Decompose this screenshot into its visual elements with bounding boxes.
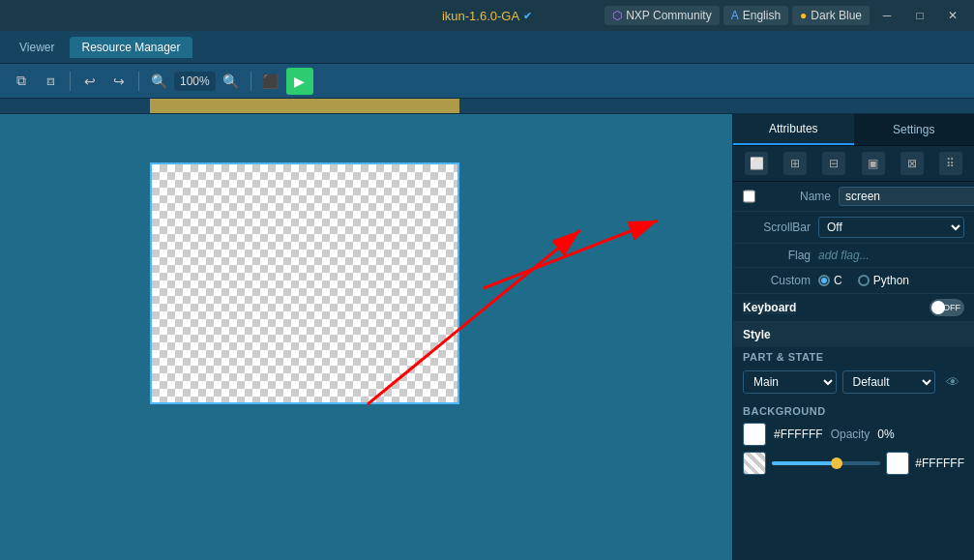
style-header: Style xyxy=(733,322,974,347)
flag-row: Flag add flag... xyxy=(733,244,974,268)
grid-icon-btn[interactable]: ⠿ xyxy=(939,152,962,175)
theme-icon: ● xyxy=(800,9,807,22)
export-button[interactable]: ⬛ xyxy=(257,68,284,95)
language-button[interactable]: A English xyxy=(723,6,788,25)
lang-icon: A xyxy=(731,9,739,22)
crop-icon-btn[interactable]: ⊠ xyxy=(900,152,924,175)
panel-tabs: Attributes Settings xyxy=(733,114,974,146)
app-title: ikun-1.6.0-GA ✔ xyxy=(442,9,532,23)
slider-fill xyxy=(772,461,837,465)
slider-end-color-preview[interactable] xyxy=(886,452,909,475)
state-select[interactable]: Default xyxy=(842,370,936,394)
custom-python-radio[interactable] xyxy=(858,275,870,286)
lang-label: English xyxy=(743,9,781,22)
horizontal-ruler xyxy=(0,99,974,114)
canvas-widget[interactable] xyxy=(150,162,459,404)
custom-row: Custom C Python xyxy=(733,268,974,294)
scrollbar-select[interactable]: Off On Auto xyxy=(818,217,964,238)
panel-icon-row: ⬜ ⊞ ⊟ ▣ ⊠ ⠿ xyxy=(733,146,974,182)
tab-bar: Viewer Resource Manager xyxy=(0,31,974,64)
bg-color-hex[interactable]: #FFFFFF xyxy=(774,427,823,441)
tab-attributes[interactable]: Attributes xyxy=(733,114,854,145)
copy-button[interactable]: ⧉ xyxy=(8,68,35,95)
zoom-level: 100% xyxy=(174,72,216,91)
nxp-icon: ⬡ xyxy=(612,9,622,22)
background-section: Background #FFFFFF Opacity 0% #FFFFFF xyxy=(733,399,974,485)
layout-icon-btn[interactable]: ⊞ xyxy=(783,152,807,175)
redo-button[interactable]: ↪ xyxy=(105,68,133,95)
bg-color-preview[interactable] xyxy=(743,423,766,446)
part-select[interactable]: Main xyxy=(743,370,837,394)
title-bar: ikun-1.6.0-GA ✔ ⬡ NXP Community A Englis… xyxy=(0,0,974,31)
title-bar-right: ⬡ NXP Community A English ● Dark Blue ─ … xyxy=(605,6,966,25)
toggle-off-label: OFF xyxy=(943,303,960,312)
name-row: Name xyxy=(733,182,974,212)
toolbar-separator-3 xyxy=(251,72,251,91)
minimize-button[interactable]: ─ xyxy=(873,6,900,25)
slider-color-preview xyxy=(743,452,766,475)
custom-python-option[interactable]: Python xyxy=(858,274,909,287)
toolbar-separator-2 xyxy=(138,72,139,91)
nxp-label: NXP Community xyxy=(626,9,711,22)
flag-placeholder[interactable]: add flag... xyxy=(818,249,870,262)
custom-c-radio[interactable] xyxy=(818,275,830,286)
flag-label: Flag xyxy=(743,249,811,262)
visibility-toggle-button[interactable]: 👁 xyxy=(941,370,964,394)
app-name: ikun-1.6.0-GA xyxy=(442,9,519,23)
align-icon-btn[interactable]: ⊟ xyxy=(822,152,845,175)
nxp-community-button[interactable]: ⬡ NXP Community xyxy=(605,6,719,25)
opacity-label: Opacity xyxy=(831,427,871,441)
custom-label: Custom xyxy=(743,274,811,287)
scrollbar-row: ScrollBar Off On Auto xyxy=(733,212,974,244)
name-input[interactable] xyxy=(839,187,974,206)
keyboard-row: Keyboard OFF xyxy=(733,294,974,322)
name-checkbox[interactable] xyxy=(743,190,755,203)
run-button[interactable]: ▶ xyxy=(286,68,313,95)
ruler-selection-indicator xyxy=(150,99,459,114)
tab-viewer[interactable]: Viewer xyxy=(8,37,66,58)
maximize-button[interactable]: □ xyxy=(906,6,933,25)
tab-settings[interactable]: Settings xyxy=(854,114,975,145)
custom-python-label: Python xyxy=(873,274,909,287)
part-state-row: Main Default 👁 xyxy=(733,365,974,399)
zoom-in-button[interactable]: 🔍 xyxy=(218,68,245,95)
tab-resource-manager[interactable]: Resource Manager xyxy=(70,37,192,58)
close-button[interactable]: ✕ xyxy=(939,6,966,25)
main-layout: Attributes Settings ⬜ ⊞ ⊟ ▣ ⊠ ⠿ Name Scr… xyxy=(0,114,974,560)
custom-c-option[interactable]: C xyxy=(818,274,842,287)
svg-line-2 xyxy=(484,221,658,288)
keyboard-toggle[interactable]: OFF xyxy=(930,299,964,316)
verified-icon: ✔ xyxy=(523,10,532,22)
checkerboard-pattern xyxy=(152,164,457,402)
opacity-value: 0% xyxy=(877,427,894,441)
toolbar: ⧉ ⧈ ↩ ↪ 🔍 100% 🔍 ⬛ ▶ xyxy=(0,64,974,99)
toolbar-separator-1 xyxy=(70,72,71,91)
screen-view-icon-btn[interactable]: ⬜ xyxy=(745,152,768,175)
background-label: Background xyxy=(743,405,964,417)
name-label: Name xyxy=(763,190,831,203)
part-state-header: Part & State xyxy=(733,347,974,365)
border-icon-btn[interactable]: ▣ xyxy=(862,152,885,175)
color-slider-track[interactable] xyxy=(772,461,880,465)
keyboard-label: Keyboard xyxy=(743,301,796,314)
theme-label: Dark Blue xyxy=(811,9,862,22)
scrollbar-label: ScrollBar xyxy=(743,221,811,234)
theme-button[interactable]: ● Dark Blue xyxy=(792,6,870,25)
slider-color-hex[interactable]: #FFFFFF xyxy=(915,457,964,470)
zoom-out-button[interactable]: 🔍 xyxy=(145,68,172,95)
background-color-row: #FFFFFF Opacity 0% xyxy=(743,423,964,446)
color-slider-row: #FFFFFF xyxy=(743,452,964,475)
window-controls: ─ □ ✕ xyxy=(873,6,966,25)
undo-button[interactable]: ↩ xyxy=(76,68,103,95)
canvas-area[interactable] xyxy=(0,114,732,560)
right-panel: Attributes Settings ⬜ ⊞ ⊟ ▣ ⊠ ⠿ Name Scr… xyxy=(732,114,974,560)
custom-c-label: C xyxy=(834,274,842,287)
paste-button[interactable]: ⧈ xyxy=(37,68,64,95)
slider-thumb[interactable] xyxy=(831,457,842,469)
